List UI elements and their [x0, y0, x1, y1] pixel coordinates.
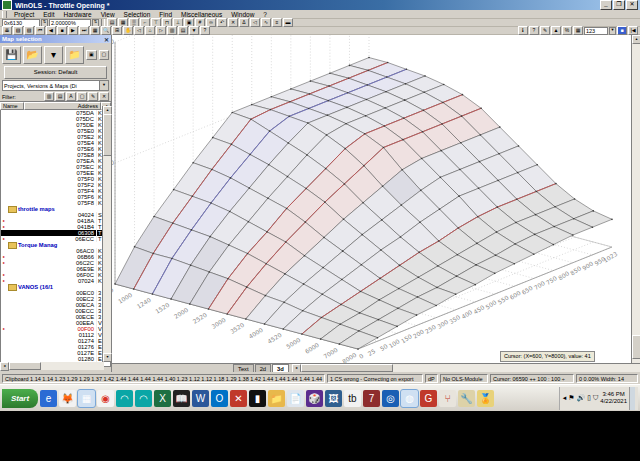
last-icon[interactable]: ⏭ — [79, 26, 89, 35]
chart3-icon[interactable]: ▼ — [189, 26, 199, 35]
menu-item-miscellaneous[interactable]: Miscellaneous — [177, 11, 226, 18]
word-icon[interactable]: W — [192, 390, 209, 407]
map-3d-chart[interactable]: 5201000124015202000252030003520400045205… — [112, 35, 632, 363]
scroll-thumb[interactable] — [103, 114, 112, 156]
panel-close-icon[interactable]: ✕ — [104, 36, 109, 43]
list-header[interactable]: Name Address ▲ — [0, 101, 111, 110]
tray-icon[interactable]: ▯ — [587, 394, 591, 402]
compare-icon[interactable]: ◁ — [250, 18, 260, 27]
stats-icon[interactable]: ▲ — [551, 26, 561, 35]
dropdown-arrow-icon[interactable]: ▾ — [44, 46, 63, 64]
red-x-icon[interactable]: ✕ — [230, 390, 247, 407]
menu-item-[interactable]: ? — [259, 11, 271, 18]
folder-icon[interactable]: 📁 — [268, 390, 285, 407]
chevron-down-icon[interactable]: ▼ — [99, 81, 108, 90]
list-style-combo[interactable]: 123 — [584, 27, 608, 35]
question-icon[interactable]: ? — [529, 26, 539, 35]
minimize-button[interactable]: _ — [600, 0, 612, 10]
map-vscrollbar[interactable]: ▴ ▾ — [631, 35, 640, 372]
menu-item-hardware[interactable]: Hardware — [59, 11, 95, 18]
map-3d-window[interactable]: 5201000124015202000252030003520400045205… — [112, 35, 632, 363]
column-name[interactable]: Name — [0, 102, 24, 110]
stop-icon[interactable]: ■ — [57, 26, 67, 35]
map-list[interactable]: 075DAK075DCK075DEK075E0K075E2K075E4K075E… — [0, 110, 111, 367]
maximize-button[interactable]: ❐ — [613, 0, 625, 10]
percent-icon[interactable]: % — [562, 26, 572, 35]
sidebar-vscrollbar[interactable]: ▴ ▾ — [102, 106, 111, 362]
back-icon[interactable]: ◁ — [134, 26, 144, 35]
tray-icon[interactable]: ⚑ — [568, 394, 574, 402]
open-folder-icon[interactable]: ▨ — [13, 26, 23, 35]
blue-block-icon[interactable]: ■ — [617, 26, 627, 35]
home-icon[interactable]: ⌂ — [145, 26, 155, 35]
tray-icon[interactable]: 🔊 — [576, 394, 585, 402]
chart1-icon[interactable]: ▥ — [167, 26, 177, 35]
menu-item-selection[interactable]: Selection — [120, 11, 155, 18]
search-icon[interactable]: 🔍 — [101, 26, 111, 35]
edge-icon[interactable]: ◎ — [382, 390, 399, 407]
scope-dropdown[interactable]: Projects, Versions & Maps (Di ▼ — [2, 80, 109, 91]
info-icon[interactable]: ℹ — [518, 26, 528, 35]
firefox-icon[interactable]: 🦊 — [59, 390, 76, 407]
photo-icon[interactable]: 🖼 — [325, 390, 342, 407]
tray-icon[interactable]: ⛉ — [593, 394, 598, 402]
map-hscrollbar[interactable]: ◂ — [292, 364, 640, 372]
scroll-up-icon[interactable]: ▴ — [632, 35, 640, 44]
menu-item-project[interactable]: Project — [10, 11, 38, 18]
chart2-icon[interactable]: ▤ — [178, 26, 188, 35]
chrome2-icon[interactable]: ◍ — [401, 390, 418, 407]
sidebar-hscrollbar[interactable]: ◂ — [0, 362, 104, 370]
toolbar-icon[interactable]: A — [66, 92, 76, 101]
scroll-left-icon[interactable]: ◂ — [0, 362, 9, 371]
hand-icon[interactable]: ✋ — [123, 26, 133, 35]
start-button[interactable]: Start — [2, 389, 38, 408]
check-icon[interactable]: ▣ — [86, 50, 97, 60]
swoosh-icon[interactable]: ◠ — [116, 390, 133, 407]
toolbar-icon[interactable]: ✕ — [99, 92, 109, 101]
taskbar-clock[interactable]: 3:46 PM 4/22/2021 — [600, 391, 627, 405]
menu-item-window[interactable]: Window — [227, 11, 258, 18]
matrix-icon[interactable]: ≡ — [272, 18, 282, 27]
column-address[interactable]: Address — [24, 102, 101, 110]
scroll-thumb[interactable] — [301, 364, 393, 372]
toolbar-icon[interactable]: ✎ — [88, 92, 98, 101]
clear-icon[interactable]: ▢ — [99, 50, 110, 60]
map-view-icon[interactable]: ⊞ — [112, 26, 122, 35]
wrench-icon[interactable]: 🔧 — [458, 390, 475, 407]
wave-icon[interactable]: ∿ — [261, 18, 271, 27]
open-folder-icon[interactable]: 📂 — [23, 46, 42, 64]
window-titlebar[interactable]: WinOLS - Throttle Opening * _ ❐ ✕ — [0, 0, 640, 10]
toolbar-icon[interactable]: ▥ — [44, 92, 54, 101]
multiply-icon[interactable]: ✕ — [228, 18, 238, 27]
help-icon[interactable]: ? — [200, 26, 210, 35]
green-map-icon[interactable]: ▦ — [573, 26, 583, 35]
menu-item-edit[interactable]: Edit — [39, 11, 58, 18]
edit-icon[interactable]: ✎ — [540, 26, 550, 35]
list-style-arrow[interactable]: ▼ — [609, 27, 616, 35]
g-swirl-icon[interactable]: G — [420, 390, 437, 407]
next-icon[interactable]: ▶ — [68, 26, 78, 35]
clamp-icon[interactable]: ⑂ — [439, 390, 456, 407]
scroll-thumb[interactable] — [9, 362, 41, 370]
game-icon[interactable]: 🎲 — [306, 390, 323, 407]
end-nav-icon[interactable]: |◀ — [628, 26, 638, 35]
panel-titlebar[interactable]: Map selection ✕ — [0, 35, 111, 43]
excel-icon[interactable]: X — [154, 390, 171, 407]
session-button[interactable]: Session: Default — [4, 66, 107, 79]
sevenzip-icon[interactable]: 7 — [363, 390, 380, 407]
window-icon[interactable]: ▬ — [283, 18, 293, 27]
project-icon[interactable]: ▧ — [24, 26, 34, 35]
scroll-thumb[interactable] — [632, 335, 640, 359]
trophy-icon[interactable]: 🏅 — [477, 390, 494, 407]
notepad-icon[interactable]: 📄 — [287, 390, 304, 407]
fwd-icon[interactable]: ▷ — [156, 26, 166, 35]
save-icon[interactable]: 💾 — [2, 46, 21, 64]
ie-icon[interactable]: e — [40, 390, 57, 407]
menu-item-find[interactable]: Find — [155, 11, 176, 18]
tray-icon[interactable]: ◂ — [563, 394, 567, 402]
show-desktop-button[interactable] — [629, 387, 635, 410]
toolbar-icon[interactable]: ▤ — [55, 92, 65, 101]
print-icon[interactable]: 🖶 — [2, 26, 12, 35]
toolbar-icon[interactable]: ▢ — [77, 92, 87, 101]
menu-item-view[interactable]: View — [97, 11, 119, 18]
